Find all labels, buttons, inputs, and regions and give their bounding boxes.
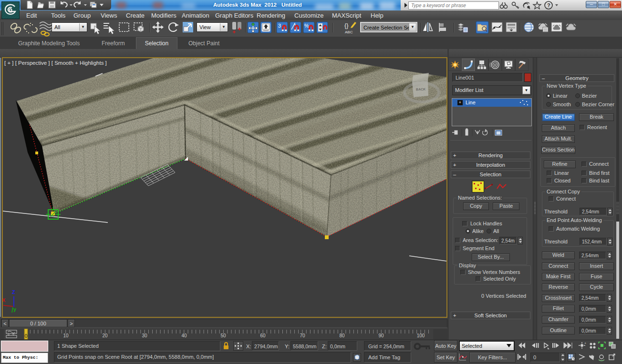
svg-text:50: 50 [220, 333, 226, 338]
svg-text:10: 10 [63, 333, 69, 338]
svg-text:90: 90 [378, 333, 384, 338]
svg-text:?: ? [547, 2, 550, 8]
svg-text:y: y [13, 306, 17, 312]
svg-text:40: 40 [181, 333, 187, 338]
svg-text:70: 70 [300, 333, 305, 338]
svg-text:60: 60 [260, 333, 266, 338]
svg-text:BACK: BACK [416, 88, 425, 91]
svg-text:ABC: ABC [345, 30, 353, 34]
svg-text:Z: Z [12, 289, 15, 295]
svg-text:100: 100 [417, 333, 425, 338]
svg-text:3: 3 [278, 23, 281, 29]
svg-text:0: 0 [25, 334, 28, 339]
svg-text:20: 20 [102, 333, 108, 338]
svg-text:+: + [584, 342, 586, 345]
svg-text:{}: {} [344, 22, 349, 29]
svg-text:30: 30 [142, 333, 147, 338]
svg-text:X: X [3, 297, 6, 303]
svg-text:%: % [304, 23, 309, 29]
svg-text:80: 80 [339, 333, 345, 338]
